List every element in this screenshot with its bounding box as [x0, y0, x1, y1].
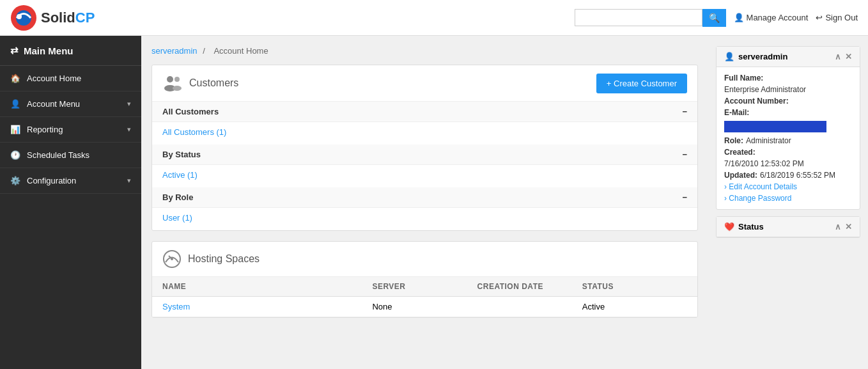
- customers-icon: [162, 73, 183, 93]
- account-username: serveradmin: [738, 52, 787, 61]
- active-link[interactable]: Active (1): [162, 170, 198, 180]
- all-customers-link[interactable]: All Customers (1): [162, 127, 226, 137]
- collapse-icon[interactable]: ∧: [835, 222, 841, 232]
- manage-account-link[interactable]: 👤 Manage Account: [734, 13, 809, 22]
- chevron-down-icon: ▾: [127, 100, 131, 108]
- sidebar: ⇄ Main Menu 🏠 Account Home 👤 Account Men…: [0, 36, 141, 369]
- chevron-down-icon: ▾: [127, 177, 131, 185]
- chevron-right-icon: ›: [724, 182, 727, 191]
- search-box: 🔍: [575, 9, 726, 27]
- sign-out-link[interactable]: ↩ Sign Out: [816, 13, 858, 22]
- all-customers-label: All Customers: [162, 107, 219, 116]
- close-icon[interactable]: ✕: [845, 222, 852, 232]
- edit-account-link[interactable]: › Edit Account Details: [724, 182, 852, 191]
- edit-account-label: Edit Account Details: [729, 182, 797, 191]
- account-card-body: Full Name: Enterprise Administrator Acco…: [717, 67, 860, 209]
- full-name-value: Enterprise Administrator: [724, 85, 806, 94]
- search-input[interactable]: [575, 9, 702, 26]
- hosting-table-header: NAME SERVER CREATION DATE STATUS: [152, 277, 697, 297]
- by-role-section-header: By Role −: [152, 187, 697, 208]
- hosting-panel-title: Hosting Spaces: [162, 249, 260, 269]
- updated-value: 6/18/2019 6:55:52 PM: [760, 171, 835, 180]
- svg-point-5: [174, 77, 180, 82]
- row-creation-date: [477, 302, 582, 311]
- breadcrumb-root-link[interactable]: serveradmin: [151, 46, 198, 56]
- menu-arrows-icon: ⇄: [10, 45, 19, 56]
- svg-point-3: [167, 76, 173, 82]
- account-card-header-left: 👤 serveradmin: [724, 52, 787, 61]
- chart-icon: 📊: [10, 125, 20, 134]
- created-value-row: 7/16/2010 12:53:02 PM: [724, 159, 852, 168]
- status-card-header: ❤️ Status ∧ ✕: [717, 217, 860, 237]
- change-password-label: Change Password: [729, 194, 791, 203]
- full-name-label: Full Name:: [724, 74, 763, 82]
- row-status: Active: [582, 302, 687, 311]
- content-area: serveradmin / Account Home Customers + C…: [141, 36, 708, 369]
- user-icon: 👤: [734, 13, 744, 22]
- svg-point-2: [17, 14, 22, 19]
- hosting-title: Hosting Spaces: [188, 253, 260, 265]
- sidebar-item-account-menu[interactable]: 👤 Account Menu ▾: [0, 91, 141, 117]
- logo-text: SolidCP: [41, 10, 95, 26]
- role-row: Role: Administrator: [724, 136, 852, 145]
- role-value: Administrator: [746, 136, 791, 145]
- sidebar-item-label: Account Home: [27, 74, 81, 83]
- hosting-spaces-panel: Hosting Spaces NAME SERVER CREATION DATE…: [151, 241, 698, 318]
- gauge-icon: [162, 249, 182, 269]
- full-name-value-row: Enterprise Administrator: [724, 85, 852, 94]
- card-controls: ∧ ✕: [835, 52, 852, 61]
- create-customer-button[interactable]: + Create Customer: [596, 74, 687, 93]
- updated-row: Updated: 6/18/2019 6:55:52 PM: [724, 171, 852, 180]
- by-status-label: By Status: [162, 150, 201, 159]
- search-button[interactable]: 🔍: [702, 9, 726, 27]
- hosting-panel-body: NAME SERVER CREATION DATE STATUS System …: [152, 277, 697, 317]
- sidebar-main-menu[interactable]: ⇄ Main Menu: [0, 36, 141, 66]
- customers-panel: Customers + Create Customer All Customer…: [151, 65, 698, 231]
- svg-point-9: [171, 258, 173, 260]
- minus-icon: −: [682, 150, 687, 159]
- full-name-row: Full Name:: [724, 74, 852, 82]
- status-card-controls: ∧ ✕: [835, 222, 852, 232]
- customers-panel-header: Customers + Create Customer: [152, 65, 697, 102]
- manage-account-label: Manage Account: [747, 13, 809, 22]
- account-card-header: 👤 serveradmin ∧ ✕: [717, 47, 860, 67]
- logo-area: SolidCP: [10, 4, 575, 31]
- breadcrumb: serveradmin / Account Home: [151, 46, 698, 56]
- sidebar-item-left: 🏠 Account Home: [10, 74, 81, 83]
- sidebar-item-left: ⚙️ Configuration: [10, 176, 76, 185]
- email-row: E-Mail:: [724, 108, 852, 117]
- header-right: 🔍 👤 Manage Account ↩ Sign Out: [575, 9, 858, 27]
- sidebar-item-left: 🕐 Scheduled Tasks: [10, 150, 89, 160]
- home-icon: 🏠: [10, 74, 20, 83]
- svg-point-6: [173, 86, 182, 91]
- user-role-link[interactable]: User (1): [162, 213, 192, 223]
- email-value-row: [724, 120, 852, 134]
- sidebar-item-left: 📊 Reporting: [10, 125, 63, 134]
- status-title: Status: [738, 222, 764, 232]
- breadcrumb-separator: /: [203, 46, 205, 56]
- status-heart-icon: ❤️: [724, 222, 734, 232]
- sidebar-item-account-home[interactable]: 🏠 Account Home: [0, 66, 141, 91]
- all-customers-section-header: All Customers −: [152, 102, 697, 122]
- table-row: System None Active: [152, 297, 697, 317]
- created-label: Created:: [724, 148, 756, 157]
- right-panel: 👤 serveradmin ∧ ✕ Full Name: Enterprise …: [708, 36, 868, 369]
- by-status-link-row: Active (1): [152, 165, 697, 187]
- account-number-label: Account Number:: [724, 97, 789, 106]
- collapse-icon[interactable]: ∧: [835, 52, 841, 61]
- sidebar-item-scheduled-tasks[interactable]: 🕐 Scheduled Tasks: [0, 143, 141, 168]
- created-value: 7/16/2010 12:53:02 PM: [724, 159, 804, 168]
- sign-out-label: Sign Out: [825, 13, 858, 22]
- sidebar-item-label: Scheduled Tasks: [27, 150, 89, 160]
- sidebar-item-configuration[interactable]: ⚙️ Configuration ▾: [0, 168, 141, 194]
- change-password-link[interactable]: › Change Password: [724, 194, 852, 203]
- col-creation-date: CREATION DATE: [477, 282, 582, 291]
- sign-out-icon: ↩: [816, 13, 823, 22]
- close-icon[interactable]: ✕: [845, 52, 852, 61]
- sidebar-item-reporting[interactable]: 📊 Reporting ▾: [0, 117, 141, 143]
- main-menu-label: Main Menu: [24, 45, 74, 56]
- customers-panel-body: All Customers − All Customers (1) By Sta…: [152, 102, 697, 230]
- hosting-panel-header: Hosting Spaces: [152, 242, 697, 277]
- row-name[interactable]: System: [162, 302, 372, 311]
- user-card-icon: 👤: [724, 52, 734, 61]
